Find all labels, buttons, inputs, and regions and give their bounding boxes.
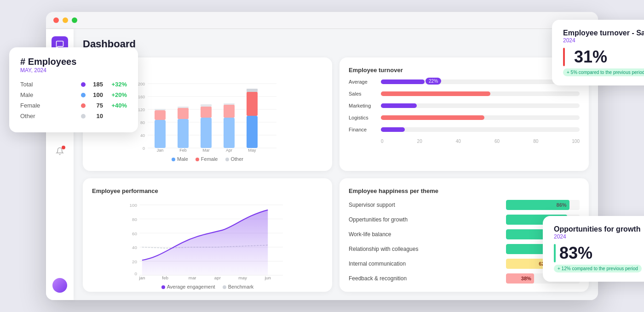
employee-turnover-card: Employee turnover Average 22% Sales (339, 57, 589, 171)
svg-text:200: 200 (138, 82, 145, 86)
happiness-fill-feedback: 38% (506, 273, 534, 284)
svg-text:20: 20 (132, 259, 137, 264)
svg-text:jun: jun (264, 275, 271, 280)
happiness-label-colleagues: Relationship with colleagues (349, 246, 506, 252)
turnover-fill-sales (381, 91, 490, 96)
svg-text:0: 0 (143, 146, 145, 151)
turnover-track-sales (381, 91, 580, 96)
floating-employees-card: # Employees MAY, 2024 Total 185 +32% Mal… (9, 47, 138, 132)
svg-text:160: 160 (138, 95, 145, 99)
svg-text:jan: jan (138, 275, 145, 280)
employee-performance-title: Employee performance (92, 187, 323, 194)
bar-may-male (247, 116, 258, 148)
bar-mar-male (201, 118, 212, 148)
svg-text:80: 80 (132, 217, 137, 222)
emp-stat-male: Male 100 +20% (20, 91, 127, 98)
svg-text:0: 0 (134, 271, 137, 276)
page-title: Dashboard (83, 38, 589, 50)
employee-happiness-title: Employee happiness per theme (349, 187, 580, 194)
happiness-track-supervisor: 86% (506, 200, 580, 210)
bar-apr-female (224, 105, 235, 118)
turnover-label-marketing: Marketing (349, 103, 381, 108)
turnover-track-marketing (381, 103, 580, 108)
app-container: Dashboard # Employees 200 (46, 29, 598, 300)
svg-text:120: 120 (138, 108, 145, 112)
turnover-track-finance (381, 127, 580, 132)
svg-text:Feb: Feb (179, 148, 187, 153)
floating-opportunities-change: + 12% compared to the previous period (554, 265, 642, 272)
turnover-x-axis: 020406080100 (349, 139, 580, 144)
bar-mar-other (201, 104, 212, 107)
floating-turnover-year: 2024 (563, 37, 644, 44)
turnover-row-finance: Finance (349, 127, 580, 132)
emp-change-male: +20% (109, 91, 127, 98)
floating-opportunities-title: Opportunities for growth (554, 225, 644, 233)
dashboard-grid: # Employees 200 160 120 80 (83, 57, 589, 292)
bar-feb-other (178, 107, 189, 108)
performance-legend: Average engagement Benchmark (92, 284, 323, 289)
close-button[interactable] (53, 17, 59, 23)
legend-benchmark: Benchmark (223, 284, 254, 289)
bar-apr-other (224, 103, 235, 105)
legend-male: Male (172, 156, 188, 162)
turnover-row-sales: Sales (349, 91, 580, 96)
floating-turnover-title: Employee turnover - Sales (563, 29, 644, 37)
employee-turnover-title: Employee turnover (349, 67, 580, 74)
sidebar-item-notifications[interactable] (52, 143, 68, 159)
emp-dot-total (81, 82, 86, 87)
floating-opportunities-year: 2024 (554, 233, 644, 240)
legend-other: Other (225, 156, 244, 162)
floating-turnover-change: + 5% compared to the previous period (563, 68, 644, 76)
emp-value-male: 100 (89, 91, 103, 98)
employees-chart-legend: Male Female Other (92, 156, 323, 162)
emp-stat-total: Total 185 +32% (20, 81, 127, 88)
svg-text:May: May (248, 148, 256, 153)
turnover-fill-average: 22% (381, 79, 425, 84)
emp-value-other: 10 (89, 113, 103, 119)
green-accent-icon (554, 244, 556, 262)
happiness-row-supervisor: Supervisor support 86% (349, 200, 580, 210)
emp-dot-male (81, 93, 86, 97)
happiness-label-supervisor: Supervisor support (349, 202, 506, 208)
bar-jan-female (155, 110, 166, 120)
svg-text:60: 60 (132, 231, 137, 236)
turnover-track-logistics (381, 115, 580, 120)
browser-window: Dashboard # Employees 200 (46, 12, 598, 300)
turnover-fill-logistics (381, 115, 484, 120)
emp-change-total: +32% (109, 81, 127, 88)
svg-text:may: may (238, 275, 247, 280)
svg-text:Mar: Mar (202, 148, 210, 153)
turnover-row-marketing: Marketing (349, 103, 580, 108)
emp-label-other: Other (20, 113, 81, 119)
browser-titlebar (46, 12, 598, 29)
happiness-label-feedback: Feedback & recognition (349, 275, 506, 282)
emp-value-total: 185 (89, 81, 103, 88)
floating-employees-title: # Employees (20, 57, 127, 67)
bar-jan-male (155, 120, 166, 148)
employee-performance-card: Employee performance 100 80 60 40 20 0 (83, 178, 332, 292)
svg-text:80: 80 (140, 120, 145, 125)
svg-text:40: 40 (140, 133, 145, 138)
emp-label-male: Male (20, 91, 81, 98)
minimize-button[interactable] (63, 17, 68, 23)
maximize-button[interactable] (72, 17, 77, 23)
user-avatar[interactable] (52, 278, 67, 293)
floating-turnover-value: 31% (574, 47, 607, 67)
bar-feb-female (178, 108, 189, 119)
bar-may-female (247, 92, 258, 116)
bar-mar-female (201, 107, 212, 118)
legend-female: Female (196, 156, 218, 162)
emp-change-female: +40% (109, 102, 127, 109)
floating-opportunities-value: 83% (559, 244, 592, 263)
svg-text:40: 40 (132, 245, 137, 250)
happiness-label-communication: Internal communication (349, 261, 506, 267)
floating-employees-subtitle: MAY, 2024 (20, 67, 127, 74)
happiness-label-growth: Oppertunities for growth (349, 216, 506, 223)
turnover-label-logistics: Logistics (349, 115, 381, 120)
turnover-badge-average: 22% (426, 78, 441, 85)
bar-feb-male (178, 119, 189, 148)
bar-apr-male (224, 118, 235, 148)
emp-value-female: 75 (89, 102, 103, 109)
turnover-row-average: Average 22% (349, 79, 580, 85)
floating-turnover-sales-card: Employee turnover - Sales 2024 31% + 5% … (552, 20, 644, 85)
